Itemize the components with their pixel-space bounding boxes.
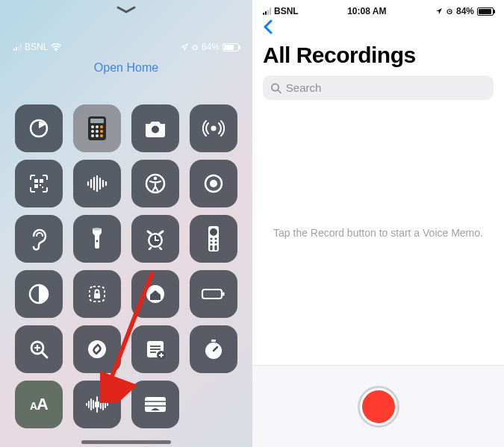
svg-point-7 (100, 125, 103, 128)
camera-tile[interactable] (131, 104, 179, 152)
hearing-tile[interactable] (15, 215, 63, 263)
carrier-label: BSNL (274, 6, 299, 16)
svg-rect-46 (94, 293, 100, 298)
wifi-icon (51, 43, 61, 51)
svg-rect-20 (42, 187, 43, 188)
svg-point-31 (210, 180, 217, 187)
svg-point-13 (100, 134, 103, 137)
svg-point-33 (93, 228, 102, 231)
screen-recording-icon (202, 172, 225, 195)
svg-point-9 (96, 130, 99, 133)
alarm-status-icon (446, 7, 453, 15)
svg-point-12 (96, 134, 99, 137)
music-recognition-icon (86, 175, 108, 192)
home-indicator[interactable] (81, 440, 171, 444)
svg-rect-63 (211, 340, 216, 342)
svg-rect-19 (40, 184, 41, 186)
record-tray (252, 365, 504, 447)
flashlight-tile[interactable] (73, 215, 121, 263)
dark-mode-tile[interactable] (15, 270, 63, 318)
home-icon (144, 283, 167, 305)
collapse-chevron-icon[interactable] (115, 4, 137, 18)
apple-tv-remote-tile[interactable] (190, 215, 237, 263)
nfc-reader-tile[interactable] (190, 104, 237, 152)
search-icon (270, 82, 281, 94)
signal-icon (263, 7, 271, 15)
stopwatch-tile[interactable] (190, 325, 237, 373)
page-title: All Recordings (252, 38, 504, 75)
battery-icon (477, 7, 494, 16)
music-recognition-tile[interactable] (73, 160, 121, 207)
svg-point-5 (91, 125, 94, 128)
svg-point-11 (91, 134, 94, 137)
svg-line-51 (42, 352, 47, 357)
svg-point-37 (210, 228, 217, 236)
qr-code-tile[interactable] (15, 160, 63, 207)
alarm-tile[interactable] (131, 215, 179, 263)
svg-point-41 (214, 241, 217, 243)
battery-pct: 84% (456, 6, 474, 16)
svg-point-40 (210, 241, 212, 243)
text-size-tile[interactable]: AA (15, 381, 63, 428)
qr-code-icon (28, 172, 50, 195)
status-bar-right: BSNL 10:08 AM 84% (252, 0, 504, 18)
clock: 10:08 AM (347, 6, 386, 16)
svg-point-14 (152, 126, 159, 134)
quick-note-icon (144, 338, 167, 360)
timer-icon (28, 117, 50, 140)
guided-access-tile[interactable] (73, 270, 121, 318)
svg-point-54 (88, 340, 106, 358)
carrier-label: BSNL (25, 42, 48, 52)
screen-recording-tile[interactable] (190, 160, 237, 207)
accessibility-icon (144, 172, 167, 195)
svg-rect-4 (90, 119, 104, 123)
voice-memos-tile[interactable] (73, 381, 121, 428)
low-power-mode-icon (201, 287, 226, 301)
voice-memos-screenshot: BSNL 10:08 AM 84% All Recordings Tap the… (252, 0, 504, 447)
svg-point-8 (91, 130, 94, 133)
svg-rect-42 (210, 246, 212, 251)
back-button[interactable] (252, 18, 504, 38)
magnifier-icon (28, 338, 50, 360)
nfc-reader-icon (202, 117, 225, 140)
svg-point-38 (210, 237, 212, 240)
svg-line-78 (278, 90, 281, 93)
shazam-icon (86, 338, 108, 360)
timer-tile[interactable] (15, 104, 63, 152)
chevron-left-icon (263, 19, 273, 34)
quick-note-tile[interactable] (131, 325, 179, 373)
record-icon (362, 390, 395, 423)
search-field[interactable] (263, 75, 494, 100)
svg-rect-17 (40, 179, 43, 183)
alarm-icon (143, 228, 167, 250)
home-tile[interactable] (131, 270, 179, 318)
svg-point-32 (96, 240, 99, 243)
shazam-tile[interactable] (73, 325, 121, 373)
svg-point-10 (100, 130, 103, 133)
wallet-tile[interactable] (131, 381, 179, 428)
search-input[interactable] (286, 81, 486, 94)
guided-access-icon (86, 283, 108, 305)
hearing-icon (29, 227, 49, 251)
svg-point-6 (96, 125, 99, 128)
location-icon (435, 7, 443, 15)
low-power-mode-tile[interactable] (190, 270, 237, 318)
open-home-link[interactable]: Open Home (94, 61, 158, 75)
calculator-tile[interactable] (73, 104, 121, 152)
camera-icon (143, 119, 167, 137)
svg-rect-49 (223, 293, 225, 296)
control-center-screenshot: BSNL 64% Open Home (0, 0, 252, 447)
magnifier-tile[interactable] (15, 325, 63, 373)
apple-tv-remote-icon (208, 225, 220, 252)
svg-point-39 (214, 237, 217, 240)
svg-rect-43 (214, 246, 217, 251)
status-bar-left: BSNL 64% (0, 42, 252, 52)
wallet-icon (143, 396, 167, 413)
svg-rect-16 (34, 179, 38, 183)
stopwatch-icon (202, 338, 225, 360)
location-icon (181, 43, 188, 51)
svg-point-0 (55, 49, 57, 51)
record-button[interactable] (358, 386, 399, 428)
accessibility-tile[interactable] (131, 160, 179, 207)
empty-state-text: Tap the Record button to start a Voice M… (252, 100, 504, 365)
